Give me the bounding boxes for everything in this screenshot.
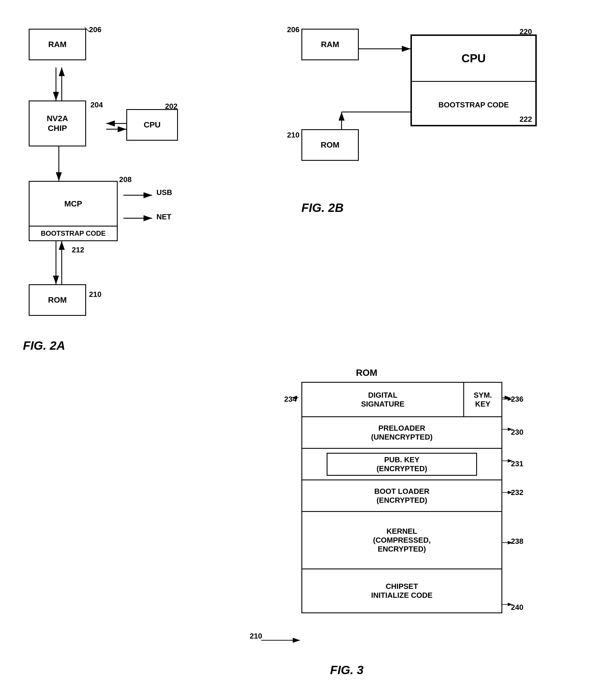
fig2b-ram-box: RAM	[302, 29, 359, 60]
fig3-digital-sig: DIGITAL SIGNATURE	[302, 383, 464, 416]
fig2a-ram-label: RAM	[48, 40, 67, 49]
fig2a-label-208: 208	[119, 175, 131, 184]
fig3-right-brackets	[502, 382, 520, 640]
fig2a-nv2a-label: NV2A CHIP	[47, 114, 68, 133]
fig2b-label-206: 206	[287, 25, 300, 34]
fig2a-bootstrap-label: BOOTSTRAP CODE	[29, 226, 117, 240]
fig2a-mcp-label: MCP	[29, 182, 117, 226]
fig2a-label-202: 202	[165, 102, 177, 111]
fig3-caption: FIG. 3	[330, 663, 364, 677]
fig3-rom-container: DIGITAL SIGNATURE SYM. KEY PRELOADER (UN…	[302, 382, 502, 613]
fig2b-rom-label: ROM	[321, 140, 339, 149]
fig2b-rom-box: ROM	[302, 129, 359, 161]
fig2a-rom-box: ROM	[29, 284, 86, 316]
fig3-pubkey-row: PUB. KEY (ENCRYPTED)	[302, 449, 502, 481]
fig3-row-sig-key: DIGITAL SIGNATURE SYM. KEY	[302, 383, 502, 417]
fig2b-label-220: 220	[520, 27, 532, 36]
fig2a-label-204: 204	[90, 101, 103, 109]
fig2a-usb-label: USB	[156, 188, 172, 197]
diagram-container: RAM 206 NV2A CHIP 204 CPU 202 MCP BOOTST…	[0, 0, 591, 700]
fig3-preloader: PRELOADER (UNENCRYPTED)	[302, 417, 502, 449]
fig3-210-arrow	[255, 632, 313, 649]
fig2a-cpu-label: CPU	[143, 120, 160, 129]
fig3-234-bracket	[290, 393, 304, 402]
fig3-pub-key: PUB. KEY (ENCRYPTED)	[327, 453, 477, 476]
fig2b-ram-label: RAM	[321, 40, 339, 49]
fig3-kernel: KERNEL (COMPRESSED, ENCRYPTED)	[302, 512, 502, 569]
fig3-bootloader: BOOT LOADER (ENCRYPTED)	[302, 481, 502, 512]
fig2a-label-210: 210	[89, 290, 101, 299]
fig2b-cpu-bootstrap-container: CPU BOOTSTRAP CODE	[410, 35, 537, 126]
fig2a-caption: FIG. 2A	[23, 339, 65, 353]
fig2a-ram-box: RAM	[29, 29, 86, 60]
fig3-chipset: CHIPSET INITIALIZE CODE	[302, 569, 502, 613]
fig2b-caption: FIG. 2B	[302, 201, 344, 215]
fig2b-cpu-area: CPU	[412, 36, 535, 82]
fig3-sym-key: SYM. KEY	[464, 383, 502, 416]
fig2a-cpu-box: CPU	[126, 109, 178, 141]
fig2a-nv2a-box: NV2A CHIP	[29, 101, 86, 146]
fig2b-bootstrap-area: BOOTSTRAP CODE	[412, 82, 535, 128]
fig2a-206-bracket	[83, 26, 97, 35]
fig3-rom-header: ROM	[356, 368, 378, 378]
fig2b-label-222: 222	[520, 115, 532, 124]
fig2a-net-label: NET	[156, 212, 171, 221]
fig2a-label-212: 212	[72, 246, 84, 254]
fig2b-cpu-text: CPU	[462, 52, 486, 65]
fig2a-mcp-box: MCP BOOTSTRAP CODE	[29, 181, 118, 241]
fig2b-bootstrap-text: BOOTSTRAP CODE	[438, 101, 509, 109]
fig2b-label-210: 210	[287, 131, 300, 139]
fig2a-rom-label: ROM	[48, 296, 67, 305]
